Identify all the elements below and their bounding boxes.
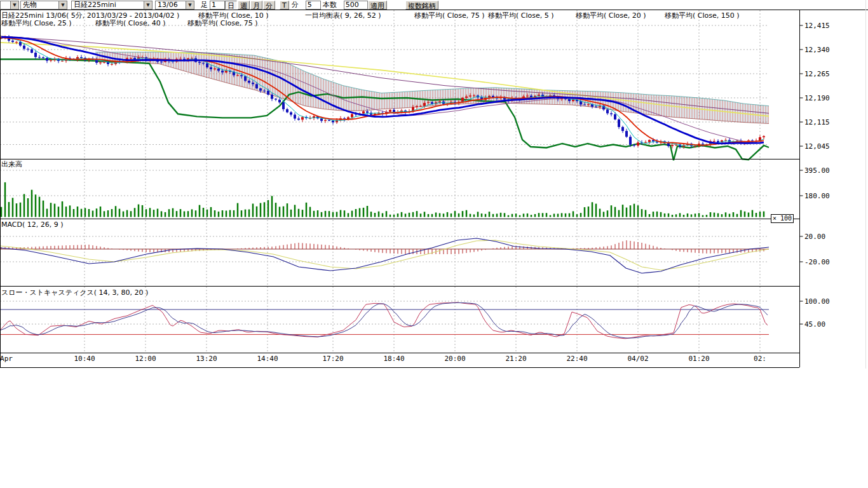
time-axis-label: 12:00 <box>135 355 156 363</box>
contract-combo[interactable]: 13/06 ▼ <box>155 1 194 10</box>
indicator-label-ma75: 移動平均( Close, 75 ) <box>414 11 485 20</box>
indicator-label-ma150: 移動平均( Close, 150 ) <box>665 11 740 20</box>
time-axis-label: 18:40 <box>383 355 404 363</box>
multi-symbol-button[interactable]: 複数銘柄 <box>405 1 438 10</box>
chevron-down-icon: ▼ <box>144 1 152 9</box>
minute-unit-label: 分 <box>292 1 299 9</box>
unit-input[interactable] <box>306 1 321 10</box>
price-axis-label: 12,190 <box>804 94 830 102</box>
stochastics-panel-label: スロー・ストキャスティクス( 14, 3, 80, 20 ) <box>1 288 148 297</box>
volume-axis-label: 180.00 <box>804 192 830 200</box>
symbol-combo[interactable]: 日経225mini ▼ <box>71 1 153 10</box>
time-axis-label: 22:40 <box>566 355 587 363</box>
bar-type-label: 足 <box>201 1 208 9</box>
time-axis-label: 14:40 <box>257 355 278 363</box>
time-axis-label: 17:20 <box>322 355 343 363</box>
period-week-button[interactable]: 週 <box>238 1 250 10</box>
bar-count-label: 本数 <box>323 1 337 9</box>
price-axis-label: 12,265 <box>804 70 830 78</box>
volume-multiplier-badge: × 100 <box>771 214 794 223</box>
price-axis-label: 12,045 <box>804 142 830 151</box>
macd-panel-label: MACD( 12, 26, 9 ) <box>1 220 64 229</box>
category-combo[interactable]: 先物 ▼ <box>20 1 67 10</box>
count-input[interactable] <box>344 1 368 10</box>
time-axis-label: 21:20 <box>505 355 526 363</box>
symbol-combo-value: 日経225mini <box>72 1 144 9</box>
contract-combo-value: 13/06 <box>156 1 186 9</box>
volume-panel-label: 出来高 <box>1 159 22 169</box>
chevron-down-icon: ▼ <box>10 1 18 9</box>
chevron-down-icon: ▼ <box>58 1 67 9</box>
indicator-label-ma40: 移動平均( Close, 40 ) <box>95 18 166 28</box>
time-axis-label: 02: <box>754 355 766 363</box>
indicator-label-ma5: 移動平均( Close, 5 ) <box>488 11 554 20</box>
price-axis-label: 12,340 <box>804 46 830 54</box>
macd-axis-label: 20.00 <box>804 233 825 241</box>
interval-input[interactable] <box>210 1 225 10</box>
period-minute-button[interactable]: 分 <box>263 1 275 10</box>
chevron-down-icon: ▼ <box>186 1 194 9</box>
toolbar: ▼ 先物 ▼ 日経225mini ▼ 13/06 ▼ 足 日 週 月 分 T 分… <box>0 0 868 10</box>
right-scrollbar[interactable] <box>865 0 866 369</box>
price-axis-label: 12,115 <box>804 118 830 126</box>
price-axis-label: 12,415 <box>804 22 830 30</box>
time-axis-label: 13:20 <box>196 355 217 363</box>
stochastics-axis-label: 45.00 <box>804 320 825 329</box>
macd-axis-label: -20.00 <box>804 258 830 266</box>
period-day-button[interactable]: 日 <box>225 1 237 10</box>
time-axis-label: 01:20 <box>688 355 709 363</box>
indicator-label-ma25: 移動平均( Close, 25 ) <box>1 18 72 28</box>
chart-canvas[interactable] <box>0 10 868 369</box>
time-axis-label: Apr <box>0 355 13 363</box>
scale-combo-value <box>1 1 10 9</box>
tick-button[interactable]: T <box>280 1 289 10</box>
category-combo-value: 先物 <box>21 1 58 9</box>
indicator-label-ma75b: 移動平均( Close, 75 ) <box>187 18 258 28</box>
time-axis-label: 20:00 <box>444 355 465 363</box>
indicator-label-ma20: 移動平均( Close, 20 ) <box>576 11 646 20</box>
apply-button[interactable]: 適用 <box>368 1 387 10</box>
stochastics-axis-label: 100.00 <box>804 297 830 306</box>
volume-axis-label: 395.00 <box>804 166 830 175</box>
time-axis-label: 04/02 <box>627 355 648 363</box>
period-month-button[interactable]: 月 <box>250 1 262 10</box>
scale-combo[interactable]: ▼ <box>0 1 19 10</box>
indicator-label-ichimoku: 一目均衡表( 9, 26, 52 ) <box>305 11 381 20</box>
time-axis-label: 10:40 <box>74 355 95 363</box>
